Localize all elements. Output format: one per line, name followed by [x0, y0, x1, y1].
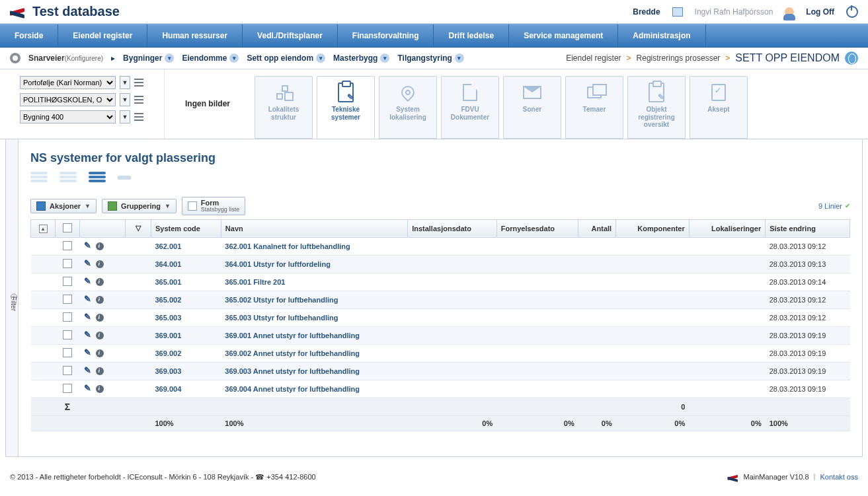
level-4-icon[interactable] — [118, 176, 131, 180]
tab-system-lokalisering[interactable]: System lokalisering — [379, 76, 437, 139]
table-row[interactable]: 369.002369.002 Annet utstyr for luftbeha… — [31, 344, 850, 362]
tab-soner[interactable]: Soner — [503, 76, 561, 139]
list-icon[interactable] — [134, 113, 143, 121]
info-icon[interactable] — [96, 314, 104, 322]
col-collapse[interactable]: ▴ — [31, 219, 56, 237]
bc-registrerings-prosesser[interactable]: Registrerings prosesser — [637, 53, 721, 63]
level-1-icon[interactable] — [30, 172, 48, 184]
user-name[interactable]: Ingvi Rafn Hafþórsson — [695, 7, 773, 17]
edit-icon[interactable] — [84, 314, 92, 322]
nav-service-management[interactable]: Service management — [509, 24, 618, 47]
col-installasjonsdato[interactable]: Installasjonsdato — [408, 219, 497, 237]
level-2-icon[interactable] — [59, 172, 77, 184]
info-icon[interactable] — [96, 278, 104, 286]
table-row[interactable]: 369.004369.004 Annet utstyr for luftbeha… — [31, 380, 850, 398]
nav-drift-ledelse[interactable]: Drift ledelse — [434, 24, 509, 47]
table-row[interactable]: 365.001365.001 Filtre 20128.03.2013 09:1… — [31, 273, 850, 291]
col-antall[interactable]: Antall — [578, 219, 616, 237]
info-icon[interactable] — [96, 332, 104, 339]
bc-eiendel-register[interactable]: Eiendel register — [566, 53, 621, 63]
building-dropdown-button[interactable]: ▼ — [120, 110, 130, 124]
nav-forside[interactable]: Forside — [0, 24, 58, 47]
table-row[interactable]: 369.001369.001 Annet utstyr for luftbeha… — [31, 326, 850, 344]
site-select[interactable]: POLITIHØGSKOLEN, O — [20, 93, 116, 106]
edit-icon[interactable] — [84, 385, 92, 393]
col-fornyelsesdato[interactable]: Fornyelsesdato — [496, 219, 578, 237]
edit-icon[interactable] — [84, 278, 92, 286]
col-checkbox-all[interactable] — [56, 219, 80, 237]
gear-icon[interactable] — [10, 53, 20, 63]
table-row[interactable]: 365.002365.002 Utstyr for luftbehandling… — [31, 291, 850, 308]
nav-eiendel-register[interactable]: Eiendel register — [58, 24, 147, 47]
col-sort[interactable]: ▽ — [126, 219, 151, 237]
edit-icon[interactable] — [84, 260, 92, 268]
nav-vedl-driftsplaner[interactable]: Vedl./Driftsplaner — [243, 24, 338, 47]
edit-icon[interactable] — [84, 296, 92, 304]
row-checkbox[interactable] — [63, 277, 72, 286]
row-checkbox[interactable] — [63, 241, 72, 250]
table-row[interactable]: 364.001364.001 Utstyr for luftfordeling2… — [31, 255, 850, 273]
table-row[interactable]: 369.003369.003 Annet utstyr for luftbeha… — [31, 362, 850, 380]
table-row[interactable]: 362.001362.001 Kanalnett for luftbehandl… — [31, 237, 850, 255]
col-system-code[interactable]: System code — [151, 219, 221, 237]
form-button[interactable]: FormStatsbygg liste — [182, 197, 246, 215]
list-icon[interactable] — [134, 96, 143, 104]
crumb-bygninger[interactable]: Bygninger▾ — [123, 53, 174, 63]
level-3-icon[interactable] — [89, 172, 106, 184]
row-checkbox[interactable] — [63, 312, 72, 322]
chevron-down-icon[interactable]: ▾ — [165, 53, 174, 63]
list-icon[interactable] — [134, 79, 143, 87]
tab-lokalitets-struktur[interactable]: Lokalitets struktur — [255, 76, 313, 139]
filter-rail[interactable]: ⓘ Filter — [6, 139, 19, 456]
power-icon[interactable] — [846, 6, 858, 18]
crumb-masterbygg[interactable]: Masterbygg▾ — [333, 53, 389, 63]
row-checkbox[interactable] — [63, 259, 72, 268]
edit-icon[interactable] — [84, 242, 92, 250]
info-icon[interactable] — [96, 385, 104, 393]
portfolio-dropdown-button[interactable]: ▼ — [120, 76, 130, 89]
tab-aksept[interactable]: Aksept — [690, 76, 748, 139]
nav-human-ressurser[interactable]: Human ressurser — [147, 24, 243, 47]
shortcut-label[interactable]: Snarveier — [28, 53, 65, 63]
monitor-icon[interactable] — [672, 7, 683, 17]
chevron-down-icon[interactable]: ▾ — [380, 53, 389, 63]
tab-tekniske-systemer[interactable]: Tekniske systemer — [317, 76, 375, 139]
row-checkbox[interactable] — [63, 348, 72, 357]
edit-icon[interactable] — [84, 349, 92, 357]
info-icon[interactable] — [96, 242, 104, 250]
logoff-link[interactable]: Log Off — [806, 7, 834, 17]
info-icon[interactable] — [96, 296, 104, 304]
edit-icon[interactable] — [84, 367, 92, 375]
chevron-down-icon[interactable]: ▾ — [316, 53, 325, 63]
bredde-label[interactable]: Bredde — [633, 7, 660, 17]
building-select[interactable]: Bygning 400 — [20, 110, 116, 124]
globe-icon[interactable] — [845, 52, 858, 65]
kontakt-link[interactable]: Kontakt oss — [820, 472, 858, 480]
chevron-down-icon[interactable]: ▾ — [455, 53, 464, 63]
crumb-tilgangstyring[interactable]: Tilgangstyring▾ — [397, 53, 463, 63]
col-siste-endring[interactable]: Siste endring — [766, 219, 850, 237]
konfigurere-link[interactable]: (Konfigurere) — [65, 55, 103, 62]
tab-fdvu-dokumenter[interactable]: FDVU Dokumenter — [441, 76, 499, 139]
row-checkbox[interactable] — [63, 384, 72, 393]
info-icon[interactable] — [96, 260, 104, 268]
col-navn[interactable]: Navn — [221, 219, 407, 237]
edit-icon[interactable] — [84, 332, 92, 339]
crumb-sett-opp-eiendom[interactable]: Sett opp eiendom▾ — [247, 53, 325, 63]
aksjoner-button[interactable]: Aksjoner▼ — [30, 199, 97, 213]
col-komponenter[interactable]: Komponenter — [616, 219, 690, 237]
tab-objekt-registrering[interactable]: Objekt registrering oversikt — [627, 76, 686, 139]
person-icon[interactable] — [785, 7, 794, 17]
portfolio-select[interactable]: Portofølje (Kari Norman) — [20, 76, 116, 89]
nav-finansforvaltning[interactable]: Finansforvaltning — [338, 24, 434, 47]
row-checkbox[interactable] — [63, 366, 72, 375]
tab-temaer[interactable]: Temaer — [565, 76, 623, 139]
crumb-eiendomme[interactable]: Eiendomme▾ — [182, 53, 239, 63]
row-checkbox[interactable] — [63, 295, 72, 304]
info-icon[interactable] — [96, 367, 104, 375]
row-checkbox[interactable] — [63, 330, 72, 339]
col-lokaliseringer[interactable]: Lokaliseringer — [689, 219, 765, 237]
nav-administrasjon[interactable]: Administrasjon — [618, 24, 705, 47]
site-dropdown-button[interactable]: ▼ — [120, 93, 130, 106]
table-row[interactable]: 365.003365.003 Utstyr for luftbehandling… — [31, 308, 850, 326]
